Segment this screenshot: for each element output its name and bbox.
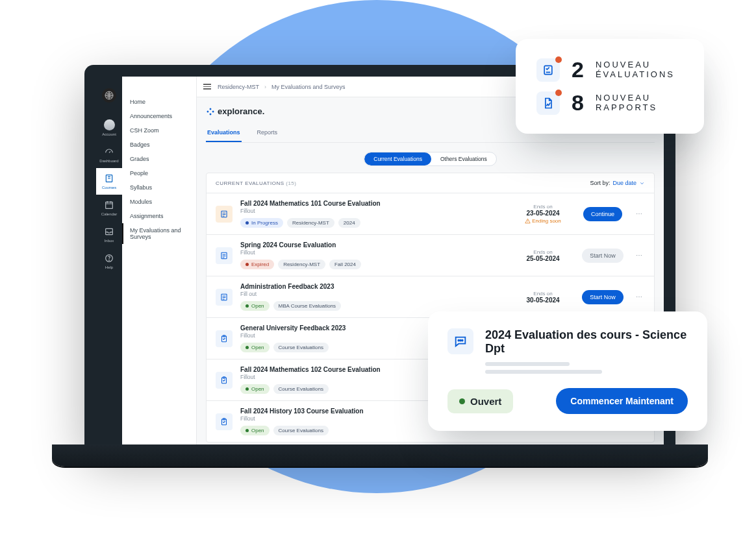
help-icon (104, 253, 114, 263)
tag-expired: Expired (240, 260, 274, 269)
notification-dot-icon (555, 56, 562, 63)
sidebar-item[interactable]: My Evaluations and Surveys (122, 223, 196, 244)
stat-reports: 8 NOUVEAU RAPPORTS (536, 86, 683, 119)
svg-rect-2 (106, 202, 113, 208)
sidebar-item[interactable]: Assignments (122, 209, 196, 223)
course-sidebar: HomeAnnouncementsCSH ZoomBadgesGradesPeo… (122, 77, 197, 444)
menu-toggle-icon[interactable] (203, 84, 211, 90)
crumb-course[interactable]: Residency-MST (218, 84, 259, 90)
tag-open: Open (240, 343, 270, 352)
sidebar-item[interactable]: CSH Zoom (122, 123, 196, 138)
chat-icon (447, 328, 473, 354)
evaluations-icon (536, 58, 560, 82)
evaluation-tags: In ProgressResidency-MST2024 (240, 218, 506, 228)
evaluation-title: Administration Feedback 2023 (240, 283, 506, 290)
ends-on-label: Ends on (514, 291, 572, 297)
crumb-page: My Evaluations and Surveys (271, 84, 346, 90)
nav-label: Calendar (101, 212, 117, 216)
evaluation-title: Spring 2024 Course Evaluation (240, 241, 506, 249)
sidebar-item[interactable]: Announcements (122, 109, 196, 123)
nav-item-help[interactable]: Help (96, 248, 122, 274)
evaluation-type-icon (216, 372, 233, 389)
placeholder-lines (485, 362, 688, 374)
breadcrumb: Residency-MST › My Evaluations and Surve… (218, 84, 346, 90)
nav-item-account[interactable]: Account (96, 114, 122, 141)
tag-open: Open (240, 426, 270, 435)
sort-control[interactable]: Sort by:Due date (590, 180, 645, 186)
tag-plain: Course Evaluations (273, 384, 329, 394)
evaluation-tags: ExpiredResidency-MSTFall 2024 (240, 260, 506, 269)
more-menu-icon[interactable]: ⋯ (633, 293, 645, 300)
sidebar-item[interactable]: Modules (122, 195, 196, 209)
evaluation-type-icon (216, 330, 233, 347)
app-logo-icon (102, 88, 116, 103)
reports-icon (536, 91, 560, 115)
row-action-button[interactable]: Start Now (582, 290, 623, 304)
tag-plain: MBA Course Evaluations (273, 301, 342, 311)
book-icon (104, 173, 114, 184)
filter-pills: Current Evaluations Others Evaluations (206, 152, 655, 166)
tag-plain: Course Evaluations (273, 426, 329, 435)
sidebar-item[interactable]: Badges (122, 138, 196, 152)
stat-evaluations: 2 NOUVEAU ÉVALUATIONS (536, 53, 683, 86)
nav-label: Courses (102, 186, 116, 189)
due-date-block: Ends on25-05-2024 (514, 249, 572, 262)
stat-count: 2 (572, 57, 584, 82)
due-date-block: Ends on23-05-2024Ending soon (514, 204, 572, 224)
pill-current-evaluations[interactable]: Current Evaluations (364, 152, 431, 165)
nav-label: Help (105, 265, 113, 269)
svg-point-17 (458, 340, 459, 341)
stat-count: 8 (572, 90, 584, 116)
svg-point-5 (109, 260, 110, 261)
stat-label: NOUVEAU ÉVALUATIONS (596, 60, 675, 80)
due-date-block: Ends on30-05-2024 (514, 291, 572, 304)
more-menu-icon[interactable]: ⋯ (633, 252, 645, 259)
row-action-button[interactable]: Start Now (582, 249, 623, 263)
nav-label: Inbox (105, 239, 114, 243)
svg-rect-3 (106, 228, 113, 234)
ending-soon-warning: Ending soon (514, 218, 572, 224)
nav-rail: Account Dashboard Courses Calendar Inbox (96, 77, 122, 444)
tag-plain: Course Evaluations (273, 343, 329, 352)
svg-point-19 (462, 340, 463, 341)
evaluation-row: Fall 2024 Mathematics 101 Course Evaluat… (207, 193, 654, 235)
tab-reports[interactable]: Reports (256, 124, 279, 142)
evaluation-type-icon (216, 413, 233, 430)
tag-plain: Fall 2024 (329, 260, 361, 269)
list-heading: CURRENT EVALUATIONS (15) (216, 180, 296, 186)
more-menu-icon[interactable]: ⋯ (633, 210, 645, 217)
nav-label: Dashboard (99, 159, 118, 163)
nav-label: Account (102, 132, 116, 136)
laptop-base (52, 444, 708, 467)
sidebar-item[interactable]: Grades (122, 152, 196, 166)
tag-plain: Residency-MST (278, 260, 325, 269)
inbox-icon (104, 226, 114, 237)
notification-dot-icon (555, 90, 562, 96)
nav-item-calendar[interactable]: Calendar (96, 195, 122, 221)
nav-item-courses[interactable]: Courses (96, 168, 122, 195)
nav-item-dashboard[interactable]: Dashboard (96, 141, 122, 168)
sidebar-item[interactable]: People (122, 166, 196, 180)
tab-evaluations[interactable]: Evaluations (206, 124, 242, 142)
svg-point-18 (460, 340, 461, 341)
eval-title: 2024 Evaluation des cours - Science Dpt (485, 328, 688, 356)
warning-icon (525, 218, 531, 224)
sidebar-item[interactable]: Home (122, 95, 196, 109)
row-action-button[interactable]: Continue (583, 207, 622, 221)
evaluation-title: Fall 2024 Mathematics 101 Course Evaluat… (240, 200, 506, 207)
evaluation-type-icon (216, 289, 233, 306)
explorance-mark-icon (206, 107, 215, 116)
calendar-icon (104, 200, 114, 210)
ends-on-label: Ends on (514, 249, 572, 255)
avatar-icon (104, 119, 115, 130)
sidebar-item[interactable]: Syllabus (122, 180, 196, 195)
nav-item-inbox[interactable]: Inbox (96, 221, 122, 248)
stat-label: NOUVEAU RAPPORTS (596, 93, 657, 113)
start-now-button[interactable]: Commencer Maintenant (556, 388, 688, 414)
tag-progress: In Progress (240, 218, 283, 228)
pill-others-evaluations[interactable]: Others Evaluations (431, 152, 496, 165)
tag-plain: Residency-MST (287, 218, 334, 228)
tag-plain: 2024 (338, 218, 360, 228)
status-open-pill: Ouvert (447, 389, 513, 413)
evaluation-tags: OpenMBA Course Evaluations (240, 301, 506, 311)
